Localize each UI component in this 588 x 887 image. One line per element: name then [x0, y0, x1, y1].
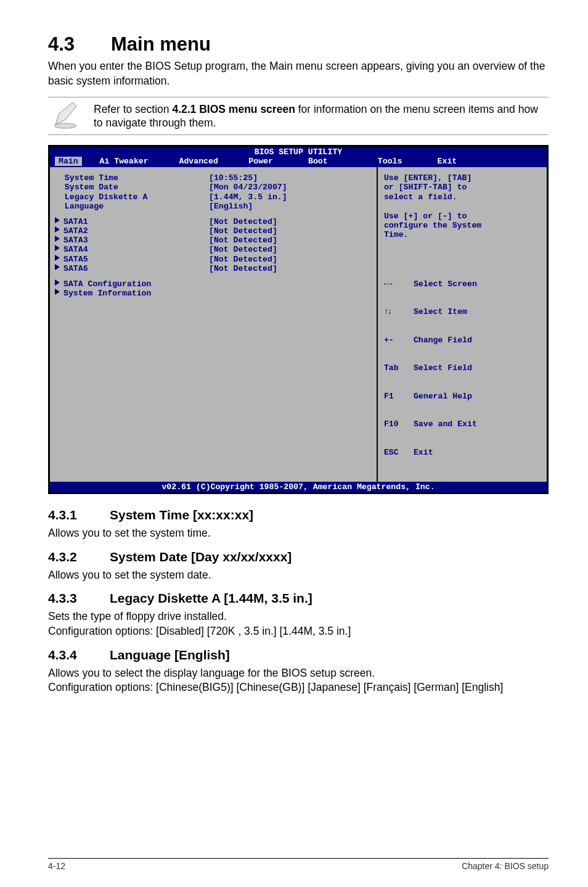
tab-boot[interactable]: Boot: [303, 157, 373, 166]
row-language[interactable]: Language[English]: [55, 202, 372, 211]
row-sata3[interactable]: SATA3[Not Detected]: [55, 236, 372, 245]
bios-footer: v02.61 (C)Copyright 1985-2007, American …: [50, 482, 547, 492]
bios-menubar: Main Ai Tweaker Advanced Power Boot Tool…: [50, 157, 547, 167]
svg-marker-1: [55, 102, 76, 125]
row-sata5[interactable]: SATA5[Not Detected]: [55, 255, 372, 264]
body-4-3-3a: Sets the type of floppy drive installed.: [48, 609, 549, 624]
arrows-ud-icon: [384, 307, 414, 316]
row-sata6[interactable]: SATA6[Not Detected]: [55, 264, 372, 273]
bios-settings-group: System Time[10:55:25] System Date[Mon 04…: [55, 173, 372, 211]
body-4-3-1: Allows you to set the system time.: [48, 526, 549, 541]
chapter-label: Chapter 4: BIOS setup: [462, 861, 549, 871]
row-system-information[interactable]: System Information: [55, 289, 372, 298]
tab-tools[interactable]: Tools: [373, 157, 433, 166]
intro-paragraph: When you enter the BIOS Setup program, t…: [48, 59, 549, 88]
row-system-time[interactable]: System Time[10:55:25]: [55, 173, 372, 183]
bios-sata-group: SATA1[Not Detected] SATA2[Not Detected] …: [55, 217, 372, 273]
row-sata1[interactable]: SATA1[Not Detected]: [55, 217, 372, 226]
page-footer: 4-12 Chapter 4: BIOS setup: [48, 858, 549, 871]
heading-4-3-4: 4.3.4Language [English]: [48, 648, 549, 662]
tab-main[interactable]: Main: [55, 157, 82, 166]
bios-submenu-group: SATA Configuration System Information: [55, 279, 372, 298]
tab-advanced[interactable]: Advanced: [174, 157, 243, 166]
bios-window: BIOS SETUP UTILITY Main Ai Tweaker Advan…: [48, 145, 549, 494]
note-text-a: Refer to section: [94, 103, 172, 115]
row-system-date[interactable]: System Date[Mon 04/23/2007]: [55, 183, 372, 192]
body-4-3-3b: Configuration options: [Disabled] [720K …: [48, 624, 549, 639]
section-number: 4.3: [48, 33, 111, 56]
row-sata4[interactable]: SATA4[Not Detected]: [55, 245, 372, 254]
bios-title: BIOS SETUP UTILITY: [50, 147, 547, 157]
arrows-lr-icon: [384, 279, 414, 289]
key-legend: Select Screen Select Item +-Change Field…: [384, 260, 541, 476]
row-sata-configuration[interactable]: SATA Configuration: [55, 279, 372, 289]
heading-4-3-3: 4.3.3Legacy Diskette A [1.44M, 3.5 in.]: [48, 591, 549, 606]
tab-ai-tweaker[interactable]: Ai Tweaker: [95, 157, 174, 166]
row-sata2[interactable]: SATA2[Not Detected]: [55, 226, 372, 236]
note-text: Refer to section 4.2.1 BIOS menu screen …: [94, 102, 549, 131]
svg-point-0: [54, 123, 76, 128]
row-legacy-diskette[interactable]: Legacy Diskette A[1.44M, 3.5 in.]: [55, 192, 372, 202]
body-4-3-4a: Allows you to select the display languag…: [48, 666, 549, 681]
section-title: Main menu: [111, 33, 211, 55]
body-4-3-4b: Configuration options: [Chinese(BIG5)] […: [48, 680, 549, 695]
tab-power[interactable]: Power: [243, 157, 303, 166]
page-number: 4-12: [48, 861, 65, 871]
heading-4-3-1: 4.3.1System Time [xx:xx:xx]: [48, 508, 549, 522]
help-text-2: Use [+] or [-] to configure the System T…: [384, 212, 541, 240]
pencil-icon: [48, 100, 83, 132]
bios-left-pane: System Time[10:55:25] System Date[Mon 04…: [50, 167, 378, 482]
help-text-1: Use [ENTER], [TAB] or [SHIFT-TAB] to sel…: [384, 173, 541, 202]
note-block: Refer to section 4.2.1 BIOS menu screen …: [48, 97, 549, 135]
section-heading: 4.3Main menu: [48, 33, 549, 56]
body-4-3-2: Allows you to set the system date.: [48, 568, 549, 583]
note-text-bold: 4.2.1 BIOS menu screen: [172, 103, 295, 115]
bios-right-pane: Use [ENTER], [TAB] or [SHIFT-TAB] to sel…: [378, 167, 547, 482]
tab-exit[interactable]: Exit: [433, 157, 547, 166]
heading-4-3-2: 4.3.2System Date [Day xx/xx/xxxx]: [48, 550, 549, 564]
